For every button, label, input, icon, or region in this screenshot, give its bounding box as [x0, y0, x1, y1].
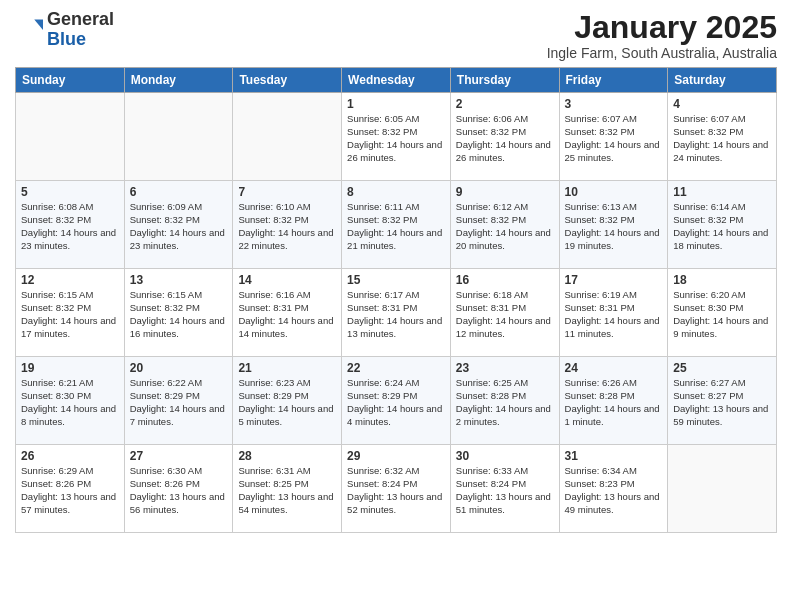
- calendar-cell-w5-d6: 31Sunrise: 6:34 AM Sunset: 8:23 PM Dayli…: [559, 445, 668, 533]
- calendar-cell-w1-d1: [16, 93, 125, 181]
- svg-rect-1: [15, 16, 34, 44]
- day-info: Sunrise: 6:07 AM Sunset: 8:32 PM Dayligh…: [565, 113, 663, 164]
- col-monday: Monday: [124, 68, 233, 93]
- col-friday: Friday: [559, 68, 668, 93]
- day-info: Sunrise: 6:25 AM Sunset: 8:28 PM Dayligh…: [456, 377, 554, 428]
- day-number: 9: [456, 185, 554, 199]
- day-info: Sunrise: 6:18 AM Sunset: 8:31 PM Dayligh…: [456, 289, 554, 340]
- day-number: 26: [21, 449, 119, 463]
- day-info: Sunrise: 6:17 AM Sunset: 8:31 PM Dayligh…: [347, 289, 445, 340]
- calendar-cell-w3-d5: 16Sunrise: 6:18 AM Sunset: 8:31 PM Dayli…: [450, 269, 559, 357]
- calendar-cell-w4-d2: 20Sunrise: 6:22 AM Sunset: 8:29 PM Dayli…: [124, 357, 233, 445]
- calendar-cell-w3-d3: 14Sunrise: 6:16 AM Sunset: 8:31 PM Dayli…: [233, 269, 342, 357]
- calendar-cell-w3-d7: 18Sunrise: 6:20 AM Sunset: 8:30 PM Dayli…: [668, 269, 777, 357]
- calendar-cell-w4-d3: 21Sunrise: 6:23 AM Sunset: 8:29 PM Dayli…: [233, 357, 342, 445]
- calendar-cell-w5-d7: [668, 445, 777, 533]
- calendar-cell-w2-d2: 6Sunrise: 6:09 AM Sunset: 8:32 PM Daylig…: [124, 181, 233, 269]
- day-info: Sunrise: 6:09 AM Sunset: 8:32 PM Dayligh…: [130, 201, 228, 252]
- svg-marker-0: [34, 19, 43, 30]
- calendar-cell-w2-d5: 9Sunrise: 6:12 AM Sunset: 8:32 PM Daylig…: [450, 181, 559, 269]
- month-title: January 2025: [547, 10, 777, 45]
- col-tuesday: Tuesday: [233, 68, 342, 93]
- header: General Blue January 2025 Ingle Farm, So…: [15, 10, 777, 61]
- calendar-cell-w3-d6: 17Sunrise: 6:19 AM Sunset: 8:31 PM Dayli…: [559, 269, 668, 357]
- logo-text: General Blue: [47, 10, 114, 50]
- logo-icon: [15, 16, 43, 44]
- title-block: January 2025 Ingle Farm, South Australia…: [547, 10, 777, 61]
- calendar-cell-w4-d7: 25Sunrise: 6:27 AM Sunset: 8:27 PM Dayli…: [668, 357, 777, 445]
- logo-general: General: [47, 9, 114, 29]
- calendar-header-row: Sunday Monday Tuesday Wednesday Thursday…: [16, 68, 777, 93]
- calendar-cell-w3-d4: 15Sunrise: 6:17 AM Sunset: 8:31 PM Dayli…: [342, 269, 451, 357]
- logo: General Blue: [15, 10, 114, 50]
- calendar-cell-w1-d7: 4Sunrise: 6:07 AM Sunset: 8:32 PM Daylig…: [668, 93, 777, 181]
- day-number: 15: [347, 273, 445, 287]
- col-sunday: Sunday: [16, 68, 125, 93]
- calendar-cell-w2-d7: 11Sunrise: 6:14 AM Sunset: 8:32 PM Dayli…: [668, 181, 777, 269]
- day-number: 3: [565, 97, 663, 111]
- day-number: 17: [565, 273, 663, 287]
- day-number: 30: [456, 449, 554, 463]
- day-info: Sunrise: 6:30 AM Sunset: 8:26 PM Dayligh…: [130, 465, 228, 516]
- day-info: Sunrise: 6:21 AM Sunset: 8:30 PM Dayligh…: [21, 377, 119, 428]
- col-saturday: Saturday: [668, 68, 777, 93]
- day-number: 14: [238, 273, 336, 287]
- calendar-cell-w5-d1: 26Sunrise: 6:29 AM Sunset: 8:26 PM Dayli…: [16, 445, 125, 533]
- day-number: 8: [347, 185, 445, 199]
- day-number: 21: [238, 361, 336, 375]
- calendar-cell-w3-d1: 12Sunrise: 6:15 AM Sunset: 8:32 PM Dayli…: [16, 269, 125, 357]
- week-row-4: 19Sunrise: 6:21 AM Sunset: 8:30 PM Dayli…: [16, 357, 777, 445]
- day-number: 27: [130, 449, 228, 463]
- day-info: Sunrise: 6:33 AM Sunset: 8:24 PM Dayligh…: [456, 465, 554, 516]
- day-number: 23: [456, 361, 554, 375]
- week-row-2: 5Sunrise: 6:08 AM Sunset: 8:32 PM Daylig…: [16, 181, 777, 269]
- week-row-3: 12Sunrise: 6:15 AM Sunset: 8:32 PM Dayli…: [16, 269, 777, 357]
- day-info: Sunrise: 6:16 AM Sunset: 8:31 PM Dayligh…: [238, 289, 336, 340]
- day-info: Sunrise: 6:26 AM Sunset: 8:28 PM Dayligh…: [565, 377, 663, 428]
- day-info: Sunrise: 6:29 AM Sunset: 8:26 PM Dayligh…: [21, 465, 119, 516]
- day-number: 20: [130, 361, 228, 375]
- day-info: Sunrise: 6:06 AM Sunset: 8:32 PM Dayligh…: [456, 113, 554, 164]
- calendar-cell-w2-d6: 10Sunrise: 6:13 AM Sunset: 8:32 PM Dayli…: [559, 181, 668, 269]
- calendar-cell-w3-d2: 13Sunrise: 6:15 AM Sunset: 8:32 PM Dayli…: [124, 269, 233, 357]
- day-info: Sunrise: 6:22 AM Sunset: 8:29 PM Dayligh…: [130, 377, 228, 428]
- day-info: Sunrise: 6:13 AM Sunset: 8:32 PM Dayligh…: [565, 201, 663, 252]
- calendar-cell-w4-d6: 24Sunrise: 6:26 AM Sunset: 8:28 PM Dayli…: [559, 357, 668, 445]
- day-info: Sunrise: 6:24 AM Sunset: 8:29 PM Dayligh…: [347, 377, 445, 428]
- day-number: 10: [565, 185, 663, 199]
- day-info: Sunrise: 6:31 AM Sunset: 8:25 PM Dayligh…: [238, 465, 336, 516]
- day-info: Sunrise: 6:14 AM Sunset: 8:32 PM Dayligh…: [673, 201, 771, 252]
- day-info: Sunrise: 6:19 AM Sunset: 8:31 PM Dayligh…: [565, 289, 663, 340]
- week-row-5: 26Sunrise: 6:29 AM Sunset: 8:26 PM Dayli…: [16, 445, 777, 533]
- day-number: 24: [565, 361, 663, 375]
- day-number: 7: [238, 185, 336, 199]
- day-number: 19: [21, 361, 119, 375]
- calendar-cell-w2-d1: 5Sunrise: 6:08 AM Sunset: 8:32 PM Daylig…: [16, 181, 125, 269]
- day-info: Sunrise: 6:15 AM Sunset: 8:32 PM Dayligh…: [21, 289, 119, 340]
- day-info: Sunrise: 6:12 AM Sunset: 8:32 PM Dayligh…: [456, 201, 554, 252]
- day-number: 12: [21, 273, 119, 287]
- calendar-cell-w4-d1: 19Sunrise: 6:21 AM Sunset: 8:30 PM Dayli…: [16, 357, 125, 445]
- calendar-cell-w1-d5: 2Sunrise: 6:06 AM Sunset: 8:32 PM Daylig…: [450, 93, 559, 181]
- day-info: Sunrise: 6:20 AM Sunset: 8:30 PM Dayligh…: [673, 289, 771, 340]
- calendar-cell-w5-d4: 29Sunrise: 6:32 AM Sunset: 8:24 PM Dayli…: [342, 445, 451, 533]
- day-number: 6: [130, 185, 228, 199]
- col-thursday: Thursday: [450, 68, 559, 93]
- day-number: 18: [673, 273, 771, 287]
- calendar-cell-w5-d5: 30Sunrise: 6:33 AM Sunset: 8:24 PM Dayli…: [450, 445, 559, 533]
- day-number: 13: [130, 273, 228, 287]
- logo-blue: Blue: [47, 29, 86, 49]
- day-info: Sunrise: 6:08 AM Sunset: 8:32 PM Dayligh…: [21, 201, 119, 252]
- calendar-cell-w5-d2: 27Sunrise: 6:30 AM Sunset: 8:26 PM Dayli…: [124, 445, 233, 533]
- day-number: 1: [347, 97, 445, 111]
- day-info: Sunrise: 6:32 AM Sunset: 8:24 PM Dayligh…: [347, 465, 445, 516]
- day-info: Sunrise: 6:27 AM Sunset: 8:27 PM Dayligh…: [673, 377, 771, 428]
- day-info: Sunrise: 6:11 AM Sunset: 8:32 PM Dayligh…: [347, 201, 445, 252]
- day-number: 29: [347, 449, 445, 463]
- day-number: 25: [673, 361, 771, 375]
- day-info: Sunrise: 6:23 AM Sunset: 8:29 PM Dayligh…: [238, 377, 336, 428]
- day-number: 16: [456, 273, 554, 287]
- day-number: 11: [673, 185, 771, 199]
- day-info: Sunrise: 6:34 AM Sunset: 8:23 PM Dayligh…: [565, 465, 663, 516]
- calendar-cell-w2-d3: 7Sunrise: 6:10 AM Sunset: 8:32 PM Daylig…: [233, 181, 342, 269]
